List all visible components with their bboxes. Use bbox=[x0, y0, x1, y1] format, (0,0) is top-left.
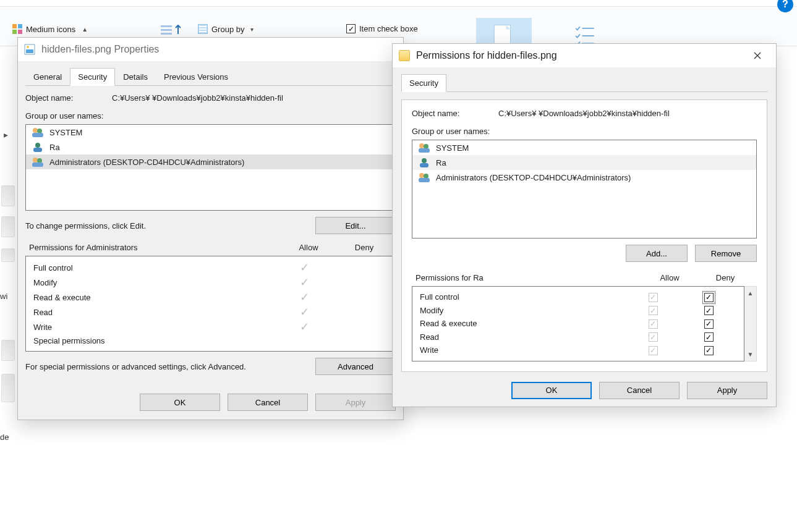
allow-column-label: Allow bbox=[281, 243, 336, 252]
permissions-for-label: Permissions for Ra bbox=[416, 273, 642, 282]
filename-fragment: de bbox=[0, 433, 9, 442]
advanced-button[interactable]: Advanced bbox=[315, 358, 396, 375]
ok-button[interactable]: OK bbox=[511, 382, 592, 399]
permissions-panel: Object name: C:¥Users¥ ¥Downloads¥jobb2¥… bbox=[401, 99, 767, 372]
svg-point-17 bbox=[27, 46, 29, 48]
perm-row-read: Read ✓ bbox=[26, 305, 395, 319]
blurred-thumbnail bbox=[1, 374, 15, 402]
svg-point-26 bbox=[419, 143, 424, 148]
object-name-row: Object name: C:¥Users¥ ¥Downloads¥jobb2¥… bbox=[412, 109, 757, 118]
deny-checkbox[interactable] bbox=[704, 293, 714, 302]
ribbon-medium-icons[interactable]: Medium icons ▲ bbox=[12, 24, 88, 34]
chevron-up-icon: ▲ bbox=[82, 26, 88, 33]
svg-point-21 bbox=[35, 143, 40, 148]
allow-checkbox[interactable] bbox=[649, 332, 658, 342]
svg-rect-5 bbox=[161, 29, 172, 31]
blurred-thumbnail bbox=[1, 216, 15, 237]
user-icon bbox=[417, 157, 431, 168]
svg-point-18 bbox=[33, 128, 38, 133]
perm-row-modify: Modify bbox=[412, 304, 744, 318]
scroll-down-icon[interactable]: ▼ bbox=[744, 348, 756, 361]
principals-listbox[interactable]: SYSTEM Ra Administrators (DESKTOP-CD4HDC… bbox=[25, 124, 396, 211]
scroll-up-icon[interactable]: ▲ bbox=[744, 287, 756, 299]
perm-row-write: Write ✓ bbox=[26, 319, 395, 334]
svg-rect-25 bbox=[32, 163, 43, 167]
folder-icon bbox=[399, 50, 410, 61]
svg-point-23 bbox=[33, 158, 38, 163]
user-icon bbox=[31, 141, 45, 153]
permissions-editable-list: Full control Modify Read & execute bbox=[412, 286, 744, 361]
ribbon-group-by[interactable]: Group by ▾ bbox=[198, 24, 254, 34]
svg-point-29 bbox=[422, 158, 427, 163]
principal-item-system[interactable]: SYSTEM bbox=[412, 140, 756, 155]
perm-row-full-control: Full control bbox=[412, 290, 744, 304]
permissions-header: Permissions for Ra Allow Deny bbox=[412, 273, 757, 286]
principal-item-administrators[interactable]: Administrators (DESKTOP-CD4HDCU¥Administ… bbox=[26, 154, 395, 169]
properties-titlebar[interactable]: hidden-files.png Properties bbox=[18, 38, 403, 61]
group-by-icon bbox=[198, 24, 208, 34]
principal-name: Ra bbox=[436, 158, 446, 167]
allow-column-label: Allow bbox=[642, 273, 697, 282]
tab-security[interactable]: Security bbox=[401, 74, 446, 92]
check-icon: ✓ bbox=[300, 291, 309, 303]
tab-security[interactable]: Security bbox=[70, 68, 115, 86]
permissions-titlebar[interactable]: Permissions for hidden-files.png bbox=[393, 44, 776, 67]
svg-rect-3 bbox=[18, 30, 22, 34]
perm-row-read-execute: Read & execute ✓ bbox=[26, 290, 395, 305]
cancel-button[interactable]: Cancel bbox=[599, 382, 680, 399]
apply-button[interactable]: Apply bbox=[315, 394, 396, 411]
tab-details[interactable]: Details bbox=[115, 68, 156, 86]
allow-checkbox[interactable] bbox=[649, 319, 658, 329]
cancel-button[interactable]: Cancel bbox=[228, 394, 308, 411]
deny-column-label: Deny bbox=[697, 273, 753, 282]
deny-checkbox[interactable] bbox=[704, 319, 714, 329]
permissions-scrollbar[interactable]: ▲ ▼ bbox=[744, 286, 757, 361]
ribbon-sort-icon[interactable] bbox=[161, 24, 183, 35]
ribbon-item-checkboxes-label: Item check boxe bbox=[359, 24, 418, 33]
principals-listbox[interactable]: SYSTEM Ra Administrators (DESKTOP-CD4HDC… bbox=[412, 140, 757, 239]
permissions-for-label: Permissions for Administrators bbox=[29, 243, 281, 252]
perm-row-read: Read bbox=[412, 331, 744, 344]
svg-point-27 bbox=[424, 144, 428, 149]
svg-rect-0 bbox=[12, 24, 17, 28]
tab-previous-versions[interactable]: Previous Versions bbox=[156, 68, 236, 86]
permissions-readonly-list: Full control ✓ Modify ✓ Read & execute ✓… bbox=[25, 256, 396, 352]
checkbox-icon[interactable] bbox=[346, 24, 356, 33]
allow-checkbox[interactable] bbox=[649, 306, 658, 315]
group-or-user-names-label: Group or user names: bbox=[25, 111, 396, 120]
remove-button[interactable]: Remove bbox=[695, 245, 757, 262]
group-or-user-names-label: Group or user names: bbox=[412, 127, 757, 136]
filename-fragment: wi bbox=[0, 292, 7, 301]
check-icon: ✓ bbox=[300, 321, 309, 333]
blurred-thumbnail bbox=[1, 340, 15, 361]
principal-item-ra[interactable]: Ra bbox=[412, 155, 756, 170]
tab-general[interactable]: General bbox=[25, 68, 70, 86]
apply-button[interactable]: Apply bbox=[687, 382, 767, 399]
ok-button[interactable]: OK bbox=[140, 394, 220, 411]
allow-checkbox[interactable] bbox=[649, 346, 658, 355]
add-button[interactable]: Add... bbox=[626, 245, 688, 262]
edit-button[interactable]: Edit... bbox=[315, 217, 396, 234]
check-icon: ✓ bbox=[300, 261, 309, 274]
svg-rect-22 bbox=[33, 148, 42, 152]
svg-rect-28 bbox=[419, 148, 430, 153]
principal-item-system[interactable]: SYSTEM bbox=[26, 125, 395, 140]
object-name-label: Object name: bbox=[25, 93, 100, 103]
allow-checkbox[interactable] bbox=[649, 293, 658, 302]
svg-rect-9 bbox=[199, 28, 207, 30]
svg-rect-16 bbox=[26, 49, 33, 53]
ribbon-item-checkboxes[interactable]: Item check boxe bbox=[346, 24, 418, 33]
svg-rect-8 bbox=[199, 26, 207, 27]
users-icon bbox=[417, 172, 431, 183]
principal-item-ra[interactable]: Ra bbox=[26, 140, 395, 154]
permissions-tabs: Security bbox=[401, 74, 767, 92]
deny-checkbox[interactable] bbox=[704, 346, 714, 355]
principal-item-administrators[interactable]: Administrators (DESKTOP-CD4HDCU¥Administ… bbox=[412, 170, 756, 185]
chevron-right-icon[interactable]: ▸ bbox=[4, 130, 8, 140]
deny-checkbox[interactable] bbox=[704, 332, 714, 342]
svg-rect-4 bbox=[161, 25, 172, 27]
close-button[interactable] bbox=[745, 46, 770, 65]
deny-checkbox[interactable] bbox=[704, 306, 714, 315]
svg-rect-20 bbox=[32, 133, 43, 137]
object-name-label: Object name: bbox=[412, 109, 486, 118]
